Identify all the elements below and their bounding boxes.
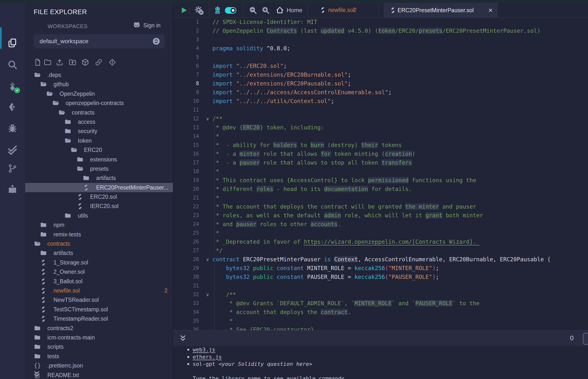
- editor-area: Home newfile.sol 2 ERC20PresetMinterPaus…: [173, 3, 588, 379]
- activity-debugger-icon[interactable]: [0, 120, 25, 137]
- chevron-double-down-icon[interactable]: [32, 369, 41, 379]
- tree-item-token[interactable]: token: [25, 136, 173, 145]
- tree-item-timestampreader-sol[interactable]: TimestampReader.sol: [25, 314, 173, 323]
- home-icon[interactable]: [276, 6, 284, 15]
- tree-item--prettierrc-json[interactable]: {}.prettierrc.json: [25, 361, 173, 370]
- tree-item-artifacts[interactable]: artifacts: [25, 174, 173, 183]
- activity-plugins-icon[interactable]: [0, 181, 25, 198]
- upload-file-icon[interactable]: [56, 58, 63, 66]
- tree-item-security[interactable]: security: [25, 126, 173, 136]
- remix-logo[interactable]: [4, 5, 21, 23]
- shield-icon[interactable]: [147, 8, 155, 16]
- tree-item-tests[interactable]: tests: [25, 352, 173, 361]
- hamburger-icon[interactable]: [34, 22, 42, 29]
- code-line-14: 14 *: [173, 132, 588, 141]
- tree-item-openzeppelin-contracts[interactable]: openzeppelin-contracts: [25, 98, 173, 108]
- tab-erc20-preset-minter-pauser[interactable]: ERC20PresetMinterPauser.sol ×: [384, 3, 497, 17]
- tree-item-label: IERC20.sol: [90, 202, 118, 211]
- tree-item-label: 3_Ballot.sol: [53, 277, 82, 286]
- tree-item-presets[interactable]: presets: [25, 164, 173, 174]
- fold-chevron-icon[interactable]: ∨: [204, 290, 211, 299]
- new-file-icon[interactable]: [34, 58, 42, 66]
- close-icon[interactable]: ×: [488, 3, 493, 17]
- workspace-selector-icon: [152, 37, 160, 45]
- solidity-file-icon: [41, 287, 46, 294]
- tree-item-erc20[interactable]: ERC20: [25, 145, 173, 155]
- tree-item-extensions[interactable]: extensions: [25, 155, 173, 164]
- zoom-in-icon[interactable]: [262, 6, 270, 15]
- terminal-line: Type the library name to see available c…: [173, 375, 588, 379]
- tree-item-icm-contracts-main[interactable]: icm-contracts-main: [25, 333, 173, 342]
- terminal-link[interactable]: ethers.js: [193, 354, 222, 360]
- tree-item-access[interactable]: access: [25, 117, 173, 126]
- link-icon[interactable]: [95, 58, 103, 66]
- tree-item-label: 2_Owner.sol: [53, 267, 85, 276]
- tree-item-readme-txt[interactable]: README.txt: [25, 370, 173, 379]
- tree-item-2-owner-sol[interactable]: 2_Owner.sol: [25, 267, 173, 276]
- code-line-31: 31: [173, 281, 588, 290]
- tree-item-newtsreader-sol[interactable]: NewTSReader.sol: [25, 295, 173, 304]
- new-folder-icon[interactable]: [44, 58, 51, 66]
- folder-icon: [82, 174, 90, 181]
- tree-item-testsctimestamp-sol[interactable]: TestSCTimestamp.sol: [25, 305, 173, 314]
- code-line-19: 19 * This contract uses {AccessControl} …: [173, 176, 588, 185]
- home-tab-label[interactable]: Home: [287, 3, 302, 17]
- solidity-file-icon: [41, 268, 46, 275]
- tree-item--deps[interactable]: .deps: [25, 70, 173, 79]
- divider: [497, 3, 497, 17]
- activity-git-icon[interactable]: [0, 160, 25, 177]
- tree-item-contracts[interactable]: contracts: [25, 108, 173, 117]
- activity-solidity-compiler-icon[interactable]: [0, 78, 25, 95]
- solidity-file-icon: [41, 278, 46, 285]
- play-icon[interactable]: [180, 6, 188, 15]
- tree-item-label: .prettierrc.json: [47, 361, 83, 370]
- zoom-out-icon[interactable]: [249, 6, 257, 15]
- code-editor[interactable]: 1// SPDX-License-Identifier: MIT2// Open…: [173, 17, 588, 330]
- workspace-select[interactable]: default_workspace: [34, 34, 165, 48]
- tree-item-contracts2[interactable]: contracts2: [25, 324, 173, 333]
- tree-item-3-ballot-sol[interactable]: 3_Ballot.sol: [25, 277, 173, 286]
- box-icon[interactable]: [81, 58, 89, 66]
- tree-item-contracts[interactable]: contracts: [25, 239, 173, 248]
- tree-item-ierc20-sol[interactable]: IERC20.sol: [25, 202, 173, 211]
- tree-item-label: TestSCTimestamp.sol: [53, 305, 108, 314]
- gear-run-icon[interactable]: [194, 5, 204, 15]
- divider: [189, 7, 189, 14]
- terminal-search-input[interactable]: [583, 333, 588, 345]
- tree-item-erc20-sol[interactable]: ERC20.sol: [25, 192, 173, 202]
- line-number: 27: [173, 246, 199, 255]
- terminal-link[interactable]: web3.js: [193, 347, 215, 353]
- github-sign-in[interactable]: Sign in: [133, 21, 160, 29]
- tree-item-utils[interactable]: utils: [25, 211, 173, 220]
- activity-deploy-run-icon[interactable]: [0, 98, 25, 116]
- ai-robot-icon[interactable]: [213, 6, 222, 15]
- tree-item-npm[interactable]: npm: [25, 220, 173, 230]
- deploy-run-icon: [7, 102, 17, 112]
- code-text: * @dev Grants `DEFAULT_ADMIN_ROLE`, `MIN…: [212, 299, 480, 308]
- tree-item-remix-tests[interactable]: remix-tests: [25, 230, 173, 239]
- tree-item-github[interactable]: github: [25, 79, 173, 89]
- tree-item-openzeppelin[interactable]: OpenZeppelin: [25, 89, 173, 98]
- activity-search-icon[interactable]: [0, 56, 25, 74]
- tree-item-scripts[interactable]: scripts: [25, 342, 173, 351]
- tree-item-artifacts[interactable]: artifacts: [25, 248, 173, 258]
- git-clone-icon[interactable]: [108, 58, 116, 66]
- tree-item-1-storage-sol[interactable]: 1_Storage.sol: [25, 258, 173, 267]
- fold-chevron-icon[interactable]: ∨: [204, 255, 211, 264]
- folder-icon: [64, 118, 72, 125]
- divider: [243, 3, 243, 17]
- folder-open-icon: [46, 90, 53, 97]
- folder-open-icon: [34, 72, 41, 79]
- terminal-expand-icon[interactable]: [179, 334, 187, 343]
- tree-item-newfile-sol[interactable]: newfile.sol2: [25, 286, 173, 295]
- line-number: 11: [173, 106, 199, 114]
- fold-chevron-icon[interactable]: ∨: [204, 114, 211, 123]
- activity-unit-testing-icon[interactable]: [0, 141, 25, 158]
- upload-folder-icon[interactable]: [69, 58, 77, 66]
- tree-item-erc20presetminterpauser-[interactable]: ERC20PresetMinterPauser...: [25, 183, 173, 192]
- activity-files-icon[interactable]: [0, 34, 25, 52]
- chevron-right-icon[interactable]: [159, 8, 166, 16]
- tab-label: ERC20PresetMinterPauser.sol: [398, 3, 474, 17]
- tab-newfile-sol[interactable]: newfile.sol 2: [310, 3, 378, 17]
- ai-copilot-toggle[interactable]: [225, 7, 236, 14]
